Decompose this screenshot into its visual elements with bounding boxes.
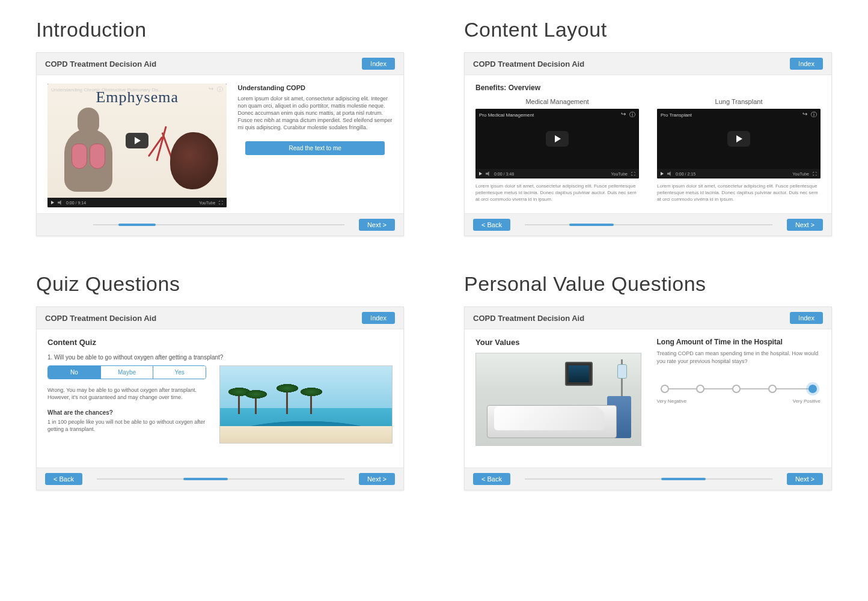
app-title: COPD Treatment Decision Aid — [473, 314, 584, 323]
volume-icon[interactable] — [667, 171, 672, 176]
slider-label-neg: Very Negative — [657, 398, 687, 404]
next-button[interactable]: Next > — [359, 473, 395, 485]
slider-stop-3[interactable] — [732, 385, 741, 393]
youtube-icon[interactable]: YouTube — [199, 201, 216, 205]
intro-heading: Understanding COPD — [237, 84, 393, 93]
col-medical-management: Medical Management Pro Medical Managemen… — [475, 98, 639, 203]
panel-intro: COPD Treatment Decision Aid Index Unders… — [36, 52, 404, 236]
answer-group: No Maybe Yes — [47, 365, 206, 379]
slider-stop-1[interactable] — [661, 385, 669, 393]
quiz-title: Content Quiz — [47, 338, 393, 347]
col-lung-transplant: Lung Transplant Pro Transplant ↪ⓘ 0:00 /… — [657, 98, 821, 203]
next-button[interactable]: Next > — [787, 219, 823, 231]
answer-no[interactable]: No — [48, 366, 101, 379]
video-medical[interactable]: Pro Medical Management ↪ⓘ 0:00 / 3:48 Yo… — [475, 109, 639, 178]
col2-body: Lorem ipsum dolor sit amet, consectetur … — [657, 183, 821, 203]
youtube-icon[interactable]: YouTube — [611, 172, 628, 176]
panel-content: COPD Treatment Decision Aid Index Benefi… — [464, 52, 832, 236]
play-icon[interactable] — [546, 131, 569, 147]
content-subtitle: Benefits: Overview — [475, 84, 821, 92]
progress-bar — [525, 478, 772, 480]
info-icon[interactable]: ⓘ — [811, 111, 817, 119]
video-controls[interactable]: 0:00 / 9:14 YouTube ⛶ — [47, 198, 227, 207]
answer-maybe[interactable]: Maybe — [101, 366, 154, 379]
video-transplant[interactable]: Pro Transplant ↪ⓘ 0:00 / 2:15 YouTube ⛶ — [657, 109, 821, 178]
read-text-button[interactable]: Read the text to me — [245, 141, 385, 156]
progress-bar — [525, 224, 772, 225]
quiz-question-1: 1. Will you be able to go without oxygen… — [47, 354, 393, 361]
volume-icon[interactable] — [486, 171, 491, 176]
app-title: COPD Treatment Decision Aid — [45, 314, 156, 323]
col1-title: Medical Management — [475, 98, 639, 105]
section-title-quiz: Quiz Questions — [36, 272, 404, 296]
volume-icon[interactable] — [58, 200, 63, 205]
youtube-icon[interactable]: YouTube — [792, 172, 809, 176]
fullscreen-icon[interactable]: ⛶ — [813, 172, 817, 176]
index-button[interactable]: Index — [790, 58, 823, 70]
answer-yes[interactable]: Yes — [153, 366, 206, 379]
section-values: Personal Value Questions COPD Treatment … — [464, 272, 832, 490]
section-title-intro: Introduction — [36, 18, 404, 41]
slider-stop-5-selected[interactable] — [808, 385, 817, 393]
index-button[interactable]: Index — [790, 312, 823, 324]
intro-body: Lorem ipsum dolor sit amet, consectetur … — [237, 95, 393, 132]
index-button[interactable]: Index — [362, 312, 395, 324]
back-button[interactable]: < Back — [473, 473, 510, 485]
slider-stop-4[interactable] — [768, 385, 777, 393]
values-left-title: Your Values — [475, 338, 641, 347]
fullscreen-icon[interactable]: ⛶ — [631, 172, 635, 176]
beach-image — [219, 365, 393, 444]
values-right-title: Long Amount of Time in the Hospital — [657, 338, 821, 346]
quiz-subbody: 1 in 100 people like you will not be abl… — [47, 418, 206, 433]
play-icon[interactable] — [126, 133, 148, 148]
section-title-content: Content Layout — [464, 18, 832, 41]
slider-stop-2[interactable] — [696, 385, 704, 393]
back-button[interactable]: < Back — [473, 219, 510, 231]
video-time: 0:00 / 3:48 — [494, 172, 514, 176]
section-content-layout: Content Layout COPD Treatment Decision A… — [464, 18, 832, 236]
info-icon[interactable]: ⓘ — [629, 111, 635, 119]
slider-label-pos: Very Positive — [793, 398, 821, 404]
video-time: 0:00 / 2:15 — [676, 172, 695, 176]
back-button[interactable]: < Back — [45, 473, 82, 485]
quiz-subheading: What are the chances? — [47, 409, 206, 416]
col1-body: Lorem ipsum dolor sit amet, consectetur … — [475, 183, 639, 203]
share-icon[interactable]: ↪ — [209, 85, 213, 94]
video-title: Understanding Chronic Obstructive Pulmon… — [51, 87, 162, 93]
play-small-icon[interactable] — [661, 172, 664, 176]
play-small-icon[interactable] — [51, 201, 54, 205]
index-button[interactable]: Index — [362, 58, 395, 70]
video-title: Pro Medical Management — [479, 112, 534, 118]
video-time: 0:00 / 9:14 — [66, 201, 86, 205]
progress-bar — [93, 224, 344, 225]
intro-video-player[interactable]: Understanding Chronic Obstructive Pulmon… — [47, 84, 227, 207]
section-title-values: Personal Value Questions — [464, 272, 832, 296]
value-slider[interactable] — [661, 383, 817, 395]
panel-quiz: COPD Treatment Decision Aid Index Conten… — [36, 307, 404, 490]
fullscreen-icon[interactable]: ⛶ — [219, 201, 223, 205]
info-icon[interactable]: ⓘ — [217, 85, 223, 94]
share-icon[interactable]: ↪ — [802, 111, 807, 119]
hospital-image — [475, 353, 641, 446]
next-button[interactable]: Next > — [787, 473, 823, 485]
section-quiz: Quiz Questions COPD Treatment Decision A… — [36, 272, 404, 490]
next-button[interactable]: Next > — [359, 219, 395, 231]
play-icon[interactable] — [727, 131, 750, 147]
panel-values: COPD Treatment Decision Aid Index Your V… — [464, 307, 832, 490]
app-title: COPD Treatment Decision Aid — [45, 59, 156, 69]
quiz-feedback: Wrong. You may be able to go without oxy… — [47, 386, 206, 401]
values-right-body: Treating COPD can mean spending time in … — [657, 350, 821, 365]
panel-header: COPD Treatment Decision Aid Index — [37, 53, 403, 75]
anatomy-illustration — [58, 108, 118, 192]
share-icon[interactable]: ↪ — [621, 111, 626, 119]
progress-bar — [97, 478, 344, 480]
app-title: COPD Treatment Decision Aid — [473, 59, 584, 69]
video-title: Pro Transplant — [661, 112, 692, 118]
col2-title: Lung Transplant — [657, 98, 821, 105]
play-small-icon[interactable] — [479, 172, 482, 176]
section-introduction: Introduction COPD Treatment Decision Aid… — [36, 18, 404, 236]
